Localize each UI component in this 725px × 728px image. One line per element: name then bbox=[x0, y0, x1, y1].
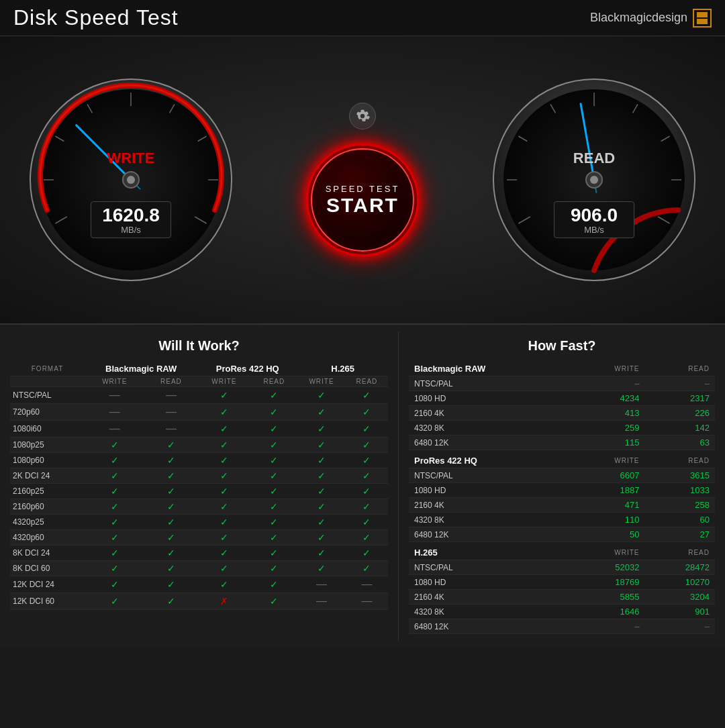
brand-area: Blackmagicdesign bbox=[590, 9, 712, 28]
work-cell: ✓ bbox=[145, 437, 198, 453]
work-cell: — bbox=[297, 576, 346, 593]
fast-row-label: 4320 8K bbox=[409, 421, 573, 435]
work-table-row: 12K DCI 60✓✓✗✓—— bbox=[10, 593, 388, 610]
fast-write-val: 5855 bbox=[573, 590, 645, 605]
work-row-label: 8K DCI 60 bbox=[10, 561, 85, 576]
fast-table-row: 4320 8K1646901 bbox=[409, 605, 715, 619]
work-table-row: NTSC/PAL——✓✓✓✓ bbox=[10, 387, 388, 404]
fast-table-row: 2160 4K58553204 bbox=[409, 590, 715, 605]
fast-read-val: 3204 bbox=[644, 590, 715, 605]
work-cell: ✓ bbox=[297, 437, 346, 453]
work-cell: ✓ bbox=[251, 453, 298, 468]
write-gauge-svg: WRITE bbox=[27, 76, 235, 284]
work-cell: ✓ bbox=[251, 468, 298, 484]
bmraw-read-header: READ bbox=[145, 376, 198, 387]
fast-table-row: 4320 8K11060 bbox=[409, 513, 715, 527]
work-row-label: 2160p60 bbox=[10, 499, 85, 515]
write-value: 1620.8 bbox=[102, 205, 160, 226]
fast-table-row: 4320 8K259142 bbox=[409, 421, 715, 435]
work-row-label: 8K DCI 24 bbox=[10, 545, 85, 561]
h265-read-header: READ bbox=[346, 376, 388, 387]
fast-read-val: 226 bbox=[644, 406, 715, 421]
work-table: FORMAT Blackmagic RAW ProRes 422 HQ H.26… bbox=[10, 362, 388, 610]
fast-read-val: 1033 bbox=[644, 483, 715, 498]
work-cell: ✓ bbox=[197, 468, 250, 484]
read-gauge-svg: READ bbox=[490, 76, 698, 284]
work-cell: ✓ bbox=[145, 561, 198, 576]
work-cell: ✓ bbox=[197, 576, 250, 593]
will-it-work-heading: Will It Work? bbox=[10, 338, 388, 354]
work-cell: ✓ bbox=[197, 387, 250, 404]
fast-table-row: NTSC/PAL5203228472 bbox=[409, 560, 715, 575]
work-cell: ✓ bbox=[251, 387, 298, 404]
work-table-row: 12K DCI 24✓✓✓✓—— bbox=[10, 576, 388, 593]
work-cell: — bbox=[85, 387, 145, 404]
work-cell: ✓ bbox=[85, 561, 145, 576]
work-cell: ✓ bbox=[346, 468, 388, 484]
will-it-work-section: Will It Work? FORMAT Blackmagic RAW ProR… bbox=[0, 331, 399, 641]
work-table-row: 1080p25✓✓✓✓✓✓ bbox=[10, 437, 388, 453]
work-cell: ✓ bbox=[145, 593, 198, 610]
h265-write-header: WRITE bbox=[297, 376, 346, 387]
fast-read-val: 258 bbox=[644, 498, 715, 513]
bmraw-group-header: Blackmagic RAW bbox=[85, 362, 197, 376]
fast-row-label: 6480 12K bbox=[409, 435, 573, 450]
work-cell: ✓ bbox=[346, 499, 388, 515]
work-table-row: 1080i60——✓✓✓✓ bbox=[10, 421, 388, 437]
fast-read-val: 60 bbox=[644, 513, 715, 527]
bmraw-write-header: WRITE bbox=[85, 376, 145, 387]
start-button-line1: SPEED TEST bbox=[326, 184, 400, 194]
work-cell: ✓ bbox=[297, 421, 346, 437]
work-cell: ✓ bbox=[346, 404, 388, 421]
fast-row-label: NTSC/PAL bbox=[409, 376, 573, 391]
work-cell: ✓ bbox=[145, 515, 198, 530]
work-cell: ✓ bbox=[251, 576, 298, 593]
work-table-row: 8K DCI 24✓✓✓✓✓✓ bbox=[10, 545, 388, 561]
work-row-label: 12K DCI 60 bbox=[10, 593, 85, 610]
work-cell: ✓ bbox=[346, 515, 388, 530]
work-cell: ✓ bbox=[346, 437, 388, 453]
work-cell: ✓ bbox=[297, 499, 346, 515]
work-row-label: 2160p25 bbox=[10, 484, 85, 499]
svg-text:WRITE: WRITE bbox=[107, 150, 155, 166]
work-cell: ✓ bbox=[251, 421, 298, 437]
work-table-row: 4320p60✓✓✓✓✓✓ bbox=[10, 530, 388, 545]
work-cell: ✓ bbox=[145, 484, 198, 499]
fast-section-name: Blackmagic RAW bbox=[409, 362, 573, 376]
fast-write-val: 52032 bbox=[573, 560, 645, 575]
brand-logo bbox=[693, 9, 712, 28]
read-unit: MB/s bbox=[565, 225, 623, 235]
brand-logo-top bbox=[697, 12, 708, 17]
brand-logo-bottom bbox=[697, 19, 708, 24]
work-cell: ✓ bbox=[197, 484, 250, 499]
fast-row-label: 2160 4K bbox=[409, 406, 573, 421]
work-table-row: 2K DCI 24✓✓✓✓✓✓ bbox=[10, 468, 388, 484]
fast-write-val: 115 bbox=[573, 435, 645, 450]
work-cell: — bbox=[145, 387, 198, 404]
work-cell: ✓ bbox=[251, 561, 298, 576]
read-value-box: 906.0 MB/s bbox=[554, 201, 634, 238]
work-cell: ✓ bbox=[346, 484, 388, 499]
fast-read-val: – bbox=[644, 376, 715, 391]
fast-write-col-header: WRITE bbox=[573, 542, 645, 560]
brand-name: Blackmagicdesign bbox=[590, 11, 687, 25]
fast-section-name: H.265 bbox=[409, 542, 573, 560]
how-fast-section: How Fast? Blackmagic RAWWRITEREADNTSC/PA… bbox=[399, 331, 725, 641]
work-cell: ✓ bbox=[197, 530, 250, 545]
work-cell: ✓ bbox=[85, 515, 145, 530]
work-cell: ✓ bbox=[297, 404, 346, 421]
h265-group-header: H.265 bbox=[297, 362, 388, 376]
work-cell: ✓ bbox=[251, 499, 298, 515]
work-cell: ✓ bbox=[85, 545, 145, 561]
format-col-header: FORMAT bbox=[10, 362, 85, 376]
fast-row-label: 2160 4K bbox=[409, 498, 573, 513]
work-cell: ✓ bbox=[251, 437, 298, 453]
write-gauge: WRITE 1620.8 MB/s bbox=[27, 76, 235, 284]
work-table-row: 2160p25✓✓✓✓✓✓ bbox=[10, 484, 388, 499]
fast-read-col-header: READ bbox=[644, 542, 715, 560]
fast-read-val: 901 bbox=[644, 605, 715, 619]
gear-button[interactable] bbox=[349, 103, 376, 129]
start-button[interactable]: SPEED TEST START bbox=[305, 143, 420, 257]
prores-group-header: ProRes 422 HQ bbox=[197, 362, 297, 376]
fast-table: Blackmagic RAWWRITEREADNTSC/PAL––1080 HD… bbox=[409, 362, 715, 634]
